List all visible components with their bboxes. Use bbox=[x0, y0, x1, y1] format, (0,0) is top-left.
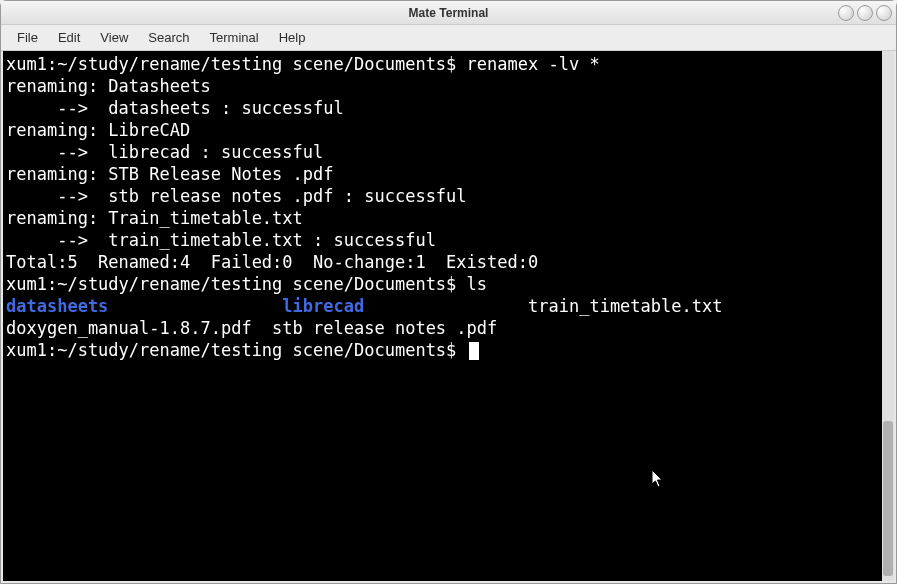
terminal-line: renaming: STB Release Notes .pdf bbox=[6, 163, 891, 185]
terminal-text: xum1:~/study/rename/testing scene/Docume… bbox=[6, 274, 487, 294]
terminal-cursor bbox=[469, 342, 479, 360]
terminal-text: xum1:~/study/rename/testing scene/Docume… bbox=[6, 340, 467, 360]
menu-edit[interactable]: Edit bbox=[48, 27, 90, 48]
terminal-text: Total:5 Renamed:4 Failed:0 No-change:1 E… bbox=[6, 252, 538, 272]
terminal-line: renaming: Train_timetable.txt bbox=[6, 207, 891, 229]
minimize-button[interactable] bbox=[838, 5, 854, 21]
terminal-text: renaming: LibreCAD bbox=[6, 120, 190, 140]
terminal-line: datasheets librecad train_timetable.txt bbox=[6, 295, 891, 317]
terminal-text: --> train_timetable.txt : successful bbox=[6, 230, 436, 250]
terminal-text: librecad bbox=[282, 296, 364, 316]
scrollbar[interactable] bbox=[882, 51, 894, 581]
menu-help[interactable]: Help bbox=[269, 27, 316, 48]
terminal-text: --> librecad : successful bbox=[6, 142, 323, 162]
cursor-icon bbox=[652, 470, 666, 490]
close-button[interactable] bbox=[876, 5, 892, 21]
scrollbar-thumb[interactable] bbox=[883, 421, 893, 576]
window-title: Mate Terminal bbox=[409, 6, 489, 20]
terminal-line: --> datasheets : successful bbox=[6, 97, 891, 119]
terminal-text: doxygen_manual-1.8.7.pdf stb release not… bbox=[6, 318, 497, 338]
terminal-text bbox=[108, 296, 282, 316]
terminal-line: --> train_timetable.txt : successful bbox=[6, 229, 891, 251]
titlebar[interactable]: Mate Terminal bbox=[1, 1, 896, 25]
terminal-line: --> librecad : successful bbox=[6, 141, 891, 163]
terminal-window: Mate Terminal File Edit View Search Term… bbox=[0, 0, 897, 584]
terminal-text: --> stb release notes .pdf : successful bbox=[6, 186, 467, 206]
terminal-line: --> stb release notes .pdf : successful bbox=[6, 185, 891, 207]
menu-view[interactable]: View bbox=[90, 27, 138, 48]
maximize-button[interactable] bbox=[857, 5, 873, 21]
terminal-line: renaming: LibreCAD bbox=[6, 119, 891, 141]
terminal-line: renaming: Datasheets bbox=[6, 75, 891, 97]
terminal-line: doxygen_manual-1.8.7.pdf stb release not… bbox=[6, 317, 891, 339]
menu-search[interactable]: Search bbox=[138, 27, 199, 48]
terminal-content[interactable]: xum1:~/study/rename/testing scene/Docume… bbox=[3, 51, 894, 581]
menubar: File Edit View Search Terminal Help bbox=[1, 25, 896, 51]
menu-terminal[interactable]: Terminal bbox=[200, 27, 269, 48]
terminal-text: xum1:~/study/rename/testing scene/Docume… bbox=[6, 54, 600, 74]
menu-file[interactable]: File bbox=[7, 27, 48, 48]
terminal-text: datasheets bbox=[6, 296, 108, 316]
terminal-line: Total:5 Renamed:4 Failed:0 No-change:1 E… bbox=[6, 251, 891, 273]
window-controls bbox=[838, 5, 892, 21]
terminal-text: train_timetable.txt bbox=[364, 296, 722, 316]
terminal-text: renaming: Train_timetable.txt bbox=[6, 208, 303, 228]
terminal-text: renaming: STB Release Notes .pdf bbox=[6, 164, 334, 184]
terminal-line: xum1:~/study/rename/testing scene/Docume… bbox=[6, 273, 891, 295]
terminal-line: xum1:~/study/rename/testing scene/Docume… bbox=[6, 339, 891, 361]
terminal-text: --> datasheets : successful bbox=[6, 98, 344, 118]
terminal-line: xum1:~/study/rename/testing scene/Docume… bbox=[6, 53, 891, 75]
terminal-text: renaming: Datasheets bbox=[6, 76, 211, 96]
